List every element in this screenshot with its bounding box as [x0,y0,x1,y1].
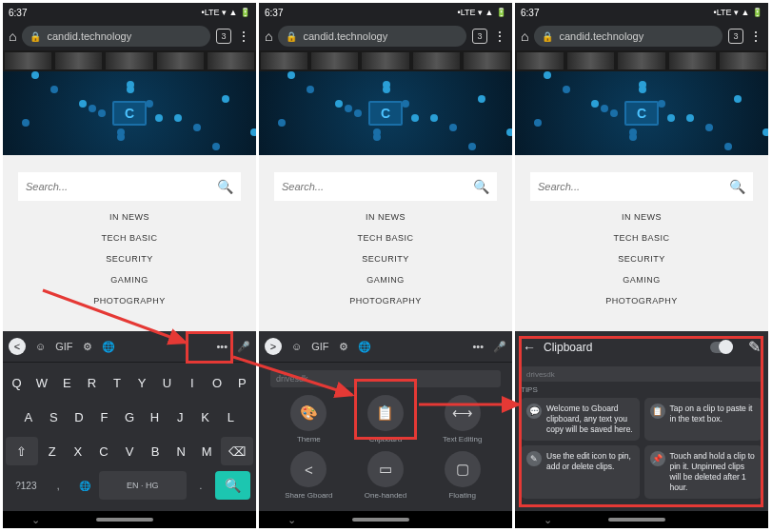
key[interactable]: M [195,437,218,465]
tab-count[interactable]: 3 [216,29,231,44]
key[interactable]: A [17,403,40,431]
key[interactable]: G [118,403,141,431]
nav-item[interactable]: PHOTOGRAPHY [349,296,421,305]
globe-key[interactable]: 🌐 [72,471,96,500]
key[interactable]: H [144,403,167,431]
tool-one-handed[interactable]: ▭One-handed [349,451,423,500]
browser-menu-icon[interactable]: ⋮ [493,29,506,44]
symbols-key[interactable]: ?123 [9,471,44,500]
gif-button[interactable]: GIF [55,341,72,352]
home-icon[interactable]: ⌂ [521,29,528,44]
key[interactable]: Z [41,437,64,465]
more-icon[interactable]: ••• [472,341,484,352]
clip-card[interactable]: ✎Use the edit icon to pin, add or delete… [521,445,640,499]
settings-icon[interactable]: ⚙ [339,341,348,353]
key[interactable]: V [118,437,141,465]
edit-icon[interactable]: ✎ [748,338,761,356]
browser-menu-icon[interactable]: ⋮ [237,29,250,44]
nav-item[interactable]: IN NEWS [366,212,406,222]
key[interactable]: I [181,368,203,397]
nav-item[interactable]: PHOTOGRAPHY [605,296,677,305]
backspace-key[interactable]: ⌫ [221,437,253,465]
clip-card[interactable]: 📋Tap on a clip to paste it in the text b… [644,398,763,441]
key[interactable]: N [169,437,192,465]
address-bar[interactable]: 🔒candid.technology [278,26,466,47]
key[interactable]: O [206,368,228,397]
nav-item[interactable]: SECURITY [362,254,409,264]
site-search[interactable]: 🔍 [530,172,753,201]
search-icon[interactable]: 🔍 [729,179,745,194]
tab-count[interactable]: 3 [728,29,743,44]
key[interactable]: E [56,368,78,397]
key[interactable]: D [68,403,90,431]
period-key[interactable]: . [189,471,213,500]
navbar-home-pill[interactable] [608,518,665,522]
clip-card[interactable]: 📌Touch and hold a clip to pin it. Unpinn… [644,445,763,499]
nav-item[interactable]: GAMING [623,275,661,285]
navbar-chevron-icon[interactable]: ⌄ [31,514,40,526]
key[interactable]: C [92,437,115,465]
nav-item[interactable]: TECH BASIC [357,233,413,243]
sticker-icon[interactable]: ☺ [291,341,302,352]
chevron-right-icon[interactable]: > [265,338,282,355]
key[interactable]: T [106,368,128,397]
sticker-icon[interactable]: ☺ [35,341,46,352]
navbar-home-pill[interactable] [352,518,409,522]
spacebar[interactable]: EN · HG [99,471,187,500]
tool-clipboard[interactable]: 📋Clipboard [349,395,423,443]
back-arrow-icon[interactable]: ← [523,340,536,355]
nav-item[interactable]: GAMING [110,275,148,285]
key[interactable]: L [219,403,242,431]
nav-item[interactable]: SECURITY [618,254,665,264]
settings-icon[interactable]: ⚙ [83,341,92,353]
navbar-home-pill[interactable] [96,518,153,522]
key[interactable]: Q [6,368,28,397]
nav-item[interactable]: SECURITY [106,254,153,264]
mic-icon[interactable]: 🎤 [237,341,250,353]
browser-menu-icon[interactable]: ⋮ [749,29,762,44]
clipboard-toggle[interactable] [710,342,733,353]
tool-share[interactable]: <Share Gboard [272,451,346,500]
key[interactable]: P [231,368,253,397]
key[interactable]: W [30,368,52,397]
nav-item[interactable]: IN NEWS [622,212,662,222]
suggestion-bar[interactable]: drivesdk [270,370,501,387]
comma-key[interactable]: , [47,471,70,500]
search-key[interactable]: 🔍 [215,471,250,500]
key[interactable]: Y [131,368,153,397]
clip-card[interactable]: 💬Welcome to Gboard clipboard, any text y… [521,398,640,441]
search-input[interactable] [26,181,217,192]
home-icon[interactable]: ⌂ [265,29,272,44]
nav-item[interactable]: IN NEWS [109,212,149,222]
translate-icon[interactable]: 🌐 [358,341,371,353]
tool-floating[interactable]: ▢Floating [426,451,499,500]
key[interactable]: K [194,403,217,431]
nav-item[interactable]: PHOTOGRAPHY [93,296,165,305]
site-search[interactable]: 🔍 [274,172,497,201]
home-icon[interactable]: ⌂ [9,29,16,44]
shift-key[interactable]: ⇧ [6,437,38,465]
more-icon[interactable]: ••• [216,341,228,352]
translate-icon[interactable]: 🌐 [102,341,115,353]
key[interactable]: S [43,403,66,431]
tool-theme[interactable]: 🎨Theme [272,395,346,443]
mic-icon[interactable]: 🎤 [493,341,506,353]
search-icon[interactable]: 🔍 [473,179,489,194]
tab-count[interactable]: 3 [472,29,487,44]
key[interactable]: X [67,437,89,465]
key[interactable]: R [81,368,103,397]
key[interactable]: U [156,368,178,397]
nav-item[interactable]: TECH BASIC [613,233,669,243]
tool-text-editing[interactable]: ⟷Text Editing [426,395,499,443]
nav-item[interactable]: TECH BASIC [101,233,157,243]
chevron-left-icon[interactable]: < [9,338,26,355]
navbar-chevron-icon[interactable]: ⌄ [287,514,296,526]
search-icon[interactable]: 🔍 [217,179,233,194]
key[interactable]: F [93,403,116,431]
nav-item[interactable]: GAMING [366,275,405,285]
key[interactable]: J [168,403,191,431]
navbar-chevron-icon[interactable]: ⌄ [544,514,552,526]
site-search[interactable]: 🔍 [18,172,241,201]
key[interactable]: B [144,437,167,465]
address-bar[interactable]: 🔒 candid.technology [22,26,210,47]
